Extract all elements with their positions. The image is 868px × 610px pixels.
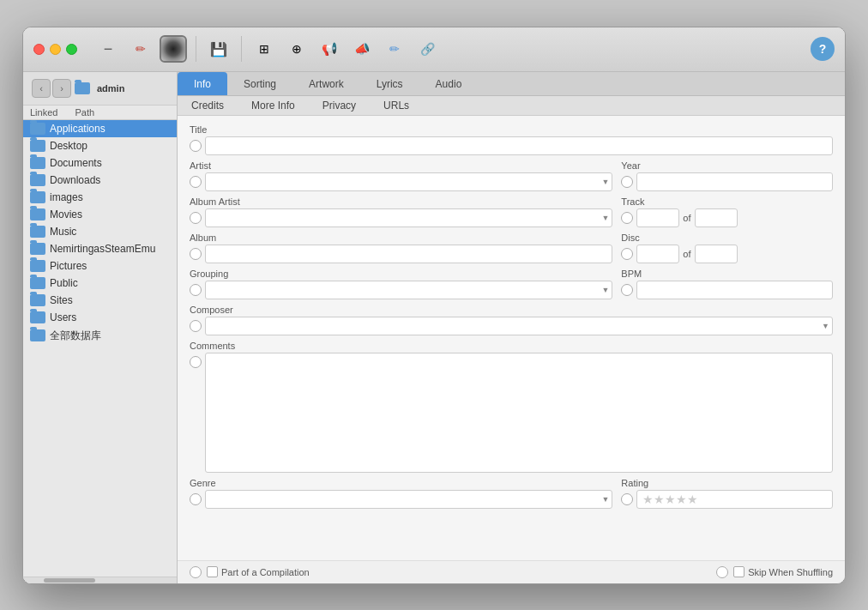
genre-input[interactable] (205, 490, 612, 509)
compilation-checkbox[interactable] (207, 566, 218, 577)
folder-label-pictures: Pictures (50, 260, 87, 272)
artist-input[interactable] (205, 172, 612, 191)
disc-radio[interactable] (621, 248, 633, 260)
rating-stars-container[interactable]: ★ ★ ★ ★ ★ (636, 490, 833, 509)
disc-of-input[interactable] (695, 245, 738, 263)
track-label: Track (621, 196, 833, 207)
star-3[interactable]: ★ (665, 492, 676, 506)
title-input[interactable] (205, 136, 833, 155)
year-radio[interactable] (621, 176, 633, 188)
sidebar-item-desktop[interactable]: Desktop (23, 137, 177, 154)
title-label: Title (190, 124, 833, 135)
album-artist-input[interactable] (205, 208, 612, 227)
folder-label-downloads: Downloads (50, 174, 100, 186)
sidebar-item-images[interactable]: images (23, 189, 177, 206)
sidebar-item-users[interactable]: Users (23, 309, 177, 326)
album-radio[interactable] (190, 248, 202, 260)
album-input[interactable] (205, 245, 612, 263)
tab-lyrics[interactable]: Lyrics (360, 72, 419, 95)
year-section: Year (621, 160, 833, 191)
disc-input[interactable] (636, 245, 679, 263)
tab-artwork[interactable]: Artwork (292, 72, 360, 95)
year-input[interactable] (636, 172, 833, 191)
minus-button[interactable]: − (94, 35, 122, 63)
star-1[interactable]: ★ (642, 492, 654, 506)
grouping-radio[interactable] (190, 284, 202, 296)
comments-textarea[interactable] (205, 353, 833, 473)
composer-label: Composer (190, 305, 833, 315)
sidebar-item-public[interactable]: Public (23, 275, 177, 292)
announce1-button[interactable]: 📢 (316, 35, 343, 63)
main-content: ‹ › admin Linked Path Applications Deskt… (23, 72, 845, 583)
pencil-button[interactable]: ✏ (381, 35, 408, 63)
sidebar-item-documents[interactable]: Documents (23, 154, 177, 172)
edit-button[interactable]: ✏ (127, 35, 154, 63)
close-button[interactable]: ✕ (33, 44, 45, 55)
tab-privacy[interactable]: Privacy (309, 96, 370, 115)
title-radio[interactable] (190, 140, 202, 152)
path-column-header[interactable]: Path (75, 107, 94, 118)
bpm-label: BPM (621, 269, 833, 279)
tab-sorting[interactable]: Sorting (227, 72, 292, 95)
grouping-input[interactable] (205, 281, 612, 299)
sidebar-item-music[interactable]: Music (23, 223, 177, 240)
star-2[interactable]: ★ (654, 492, 665, 506)
save-button[interactable]: 💾 (205, 35, 232, 63)
sidebar-item-applications[interactable]: Applications (23, 120, 177, 137)
disc-label: Disc (621, 233, 833, 243)
composer-radio[interactable] (190, 320, 202, 332)
nav-buttons: ‹ › (32, 79, 71, 98)
sidebar-item-pictures[interactable]: Pictures (23, 257, 177, 275)
tab-info[interactable]: Info (178, 72, 227, 95)
star-4[interactable]: ★ (676, 492, 687, 506)
shuffle-radio[interactable] (716, 566, 728, 578)
genre-radio[interactable] (190, 493, 202, 505)
sidebar-item-downloads[interactable]: Downloads (23, 172, 177, 189)
track-radio[interactable] (621, 212, 633, 224)
track-of-input[interactable] (695, 208, 738, 227)
tab-more-info[interactable]: More Info (238, 96, 309, 115)
genre-label: Genre (190, 478, 612, 488)
bpm-input[interactable] (636, 281, 833, 299)
artist-radio[interactable] (190, 176, 202, 188)
album-artist-label: Album Artist (190, 196, 612, 207)
back-nav-button[interactable]: ‹ (32, 79, 51, 98)
album-disc-row: Album Disc of (190, 233, 833, 263)
sidebar-item-sites[interactable]: Sites (23, 292, 177, 309)
sidebar-item-nemirtingassteamemu[interactable]: NemirtingasSteamEmu (23, 240, 177, 257)
tab-audio[interactable]: Audio (419, 72, 479, 95)
help-icon: ? (819, 42, 827, 56)
linked-column-header[interactable]: Linked (30, 107, 57, 118)
maximize-button[interactable] (66, 44, 77, 55)
track-input[interactable] (636, 208, 679, 227)
composer-section: Composer ▼ (190, 305, 833, 335)
rating-radio[interactable] (621, 493, 633, 505)
help-button[interactable]: ? (811, 37, 835, 61)
tab-bar-top: Info Sorting Artwork Lyrics Audio (178, 72, 845, 96)
minimize-button[interactable] (50, 44, 61, 55)
sidebar-scrollbar-thumb[interactable] (44, 578, 95, 583)
tab-urls[interactable]: URLs (370, 96, 423, 115)
link-button[interactable]: 🔗 (413, 35, 441, 63)
zoom-button[interactable]: ⊕ (283, 35, 310, 63)
column-headers: Linked Path (23, 106, 177, 120)
sidebar-scrollbar[interactable] (23, 577, 177, 583)
tab-credits[interactable]: Credits (178, 96, 238, 115)
grid-button[interactable]: ⊞ (250, 35, 278, 63)
bpm-radio[interactable] (621, 284, 633, 296)
disc-button[interactable] (160, 35, 187, 63)
comments-radio[interactable] (190, 356, 202, 368)
composer-input[interactable] (205, 317, 833, 335)
forward-nav-button[interactable]: › (52, 79, 71, 98)
announce2-button[interactable]: 📣 (348, 35, 376, 63)
folder-label-sites: Sites (50, 294, 73, 306)
compilation-radio[interactable] (190, 566, 202, 578)
star-5[interactable]: ★ (687, 492, 698, 506)
shuffle-checkbox[interactable] (733, 566, 744, 577)
album-artist-radio[interactable] (190, 212, 202, 224)
toolbar-right: ? (811, 37, 835, 61)
artist-field-wrapper: ▼ (205, 172, 612, 191)
sidebar-item-movies[interactable]: Movies (23, 206, 177, 223)
admin-folder-icon (75, 82, 90, 94)
sidebar-item-quanbu[interactable]: 全部数据库 (23, 326, 177, 346)
